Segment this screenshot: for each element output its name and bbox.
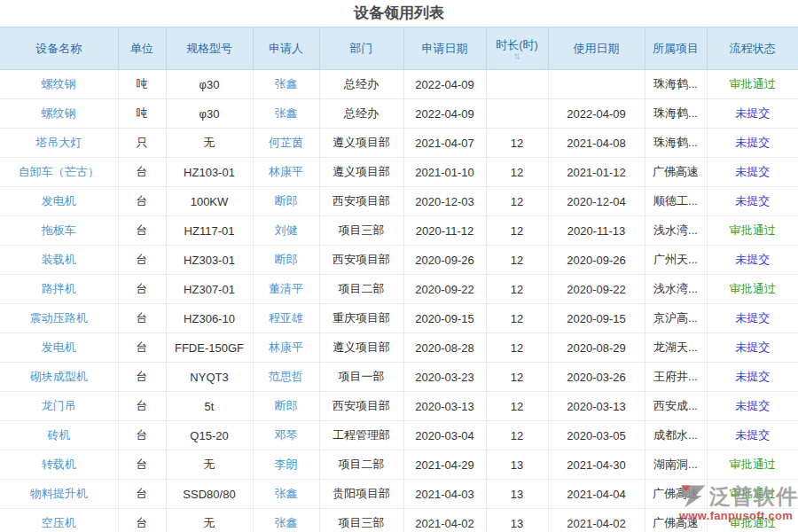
cell-status: 未提交 bbox=[707, 158, 798, 187]
cell-status: 审批通过 bbox=[707, 480, 798, 509]
cell-device[interactable]: 空压机 bbox=[0, 509, 118, 532]
cell-project: 西安成... bbox=[645, 392, 707, 421]
cell-use-date: 2020-09-26 bbox=[548, 246, 645, 275]
cell-device[interactable]: 装载机 bbox=[0, 246, 118, 275]
cell-apply-date: 2020-03-13 bbox=[403, 392, 486, 421]
cell-duration: 12 bbox=[486, 363, 548, 392]
cell-project: 广佛高速 bbox=[645, 480, 707, 509]
cell-device[interactable]: 发电机 bbox=[0, 187, 118, 216]
cell-device[interactable]: 螺纹钢 bbox=[0, 70, 118, 99]
column-header-10[interactable]: 流程状态 bbox=[707, 27, 798, 70]
cell-device[interactable]: 路拌机 bbox=[0, 275, 118, 304]
cell-spec: 无 bbox=[166, 450, 253, 480]
cell-use-date: 2020-08-29 bbox=[548, 333, 645, 363]
column-header-label: 部门 bbox=[320, 41, 403, 57]
cell-spec: FFDE-150GF bbox=[166, 333, 253, 363]
column-header-label: 使用日期 bbox=[549, 41, 645, 57]
cell-device[interactable]: 震动压路机 bbox=[0, 304, 118, 333]
table-row: 塔吊大灯只无何芷茵遵义项目部2021-04-07122021-04-08珠海鹤.… bbox=[0, 129, 798, 158]
cell-dept: 项目三部 bbox=[319, 509, 403, 532]
cell-device[interactable]: 龙门吊 bbox=[0, 392, 118, 421]
cell-use-date: 2021-04-30 bbox=[548, 450, 645, 480]
cell-apply-date: 2020-09-26 bbox=[403, 246, 486, 275]
table-row: 龙门吊台5t断郎西安项目部2020-03-13122020-03-13西安成..… bbox=[0, 392, 798, 421]
cell-spec: HZ117-01 bbox=[166, 216, 253, 246]
cell-device[interactable]: 螺纹钢 bbox=[0, 99, 118, 129]
cell-status: 审批通过 bbox=[707, 509, 798, 532]
cell-device[interactable]: 砌块成型机 bbox=[0, 363, 118, 392]
cell-status: 未提交 bbox=[707, 392, 798, 421]
cell-spec: Q15-20 bbox=[166, 421, 253, 450]
cell-device[interactable]: 自卸车（芒古） bbox=[0, 158, 118, 187]
cell-use-date: 2021-04-08 bbox=[548, 129, 645, 158]
sort-icon[interactable]: ⇅ bbox=[487, 53, 548, 60]
column-header-2[interactable]: 单位 bbox=[118, 27, 166, 70]
cell-use-date bbox=[548, 70, 645, 99]
cell-applicant: 林康平 bbox=[253, 333, 319, 363]
column-header-6[interactable]: 申请日期 bbox=[403, 27, 486, 70]
column-header-9[interactable]: 所属项目 bbox=[645, 27, 707, 70]
cell-dept: 西安项目部 bbox=[319, 392, 403, 421]
cell-spec: HZ306-10 bbox=[166, 304, 253, 333]
table-row: 螺纹钢吨φ30张鑫总经办2022-04-092022-04-09珠海鹤...未提… bbox=[0, 99, 798, 129]
cell-project: 珠海鹤... bbox=[645, 70, 707, 99]
cell-use-date: 2020-03-05 bbox=[548, 421, 645, 450]
cell-status: 未提交 bbox=[707, 246, 798, 275]
cell-device[interactable]: 转载机 bbox=[0, 450, 118, 480]
cell-unit: 台 bbox=[118, 187, 166, 216]
cell-unit: 台 bbox=[118, 333, 166, 363]
cell-applicant: 断郎 bbox=[253, 246, 319, 275]
cell-duration: 12 bbox=[486, 392, 548, 421]
table-row: 转载机台无李朗项目二部2021-04-29132021-04-30湖南洞...审… bbox=[0, 450, 798, 480]
column-header-7[interactable]: 时长(时)⇅ bbox=[486, 27, 548, 70]
equipment-requisition-page: 设备领用列表 设备名称单位规格型号申请人部门申请日期时长(时)⇅使用日期所属项目… bbox=[0, 0, 798, 532]
table-body: 螺纹钢吨φ30张鑫总经办2022-04-09珠海鹤...审批通过螺纹钢吨φ30张… bbox=[0, 70, 798, 532]
column-header-5[interactable]: 部门 bbox=[319, 27, 403, 70]
cell-project: 珠海鹤... bbox=[645, 129, 707, 158]
cell-status: 审批通过 bbox=[707, 450, 798, 480]
column-header-1[interactable]: 设备名称 bbox=[0, 27, 118, 70]
cell-spec: φ30 bbox=[166, 99, 253, 129]
cell-status: 未提交 bbox=[707, 187, 798, 216]
table-row: 砌块成型机台NYQT3范思哲项目一部2020-03-23122020-03-26… bbox=[0, 363, 798, 392]
cell-device[interactable]: 拖板车 bbox=[0, 216, 118, 246]
cell-apply-date: 2021-04-02 bbox=[403, 509, 486, 532]
cell-device[interactable]: 物料提升机 bbox=[0, 480, 118, 509]
cell-device[interactable]: 砖机 bbox=[0, 421, 118, 450]
cell-device[interactable]: 塔吊大灯 bbox=[0, 129, 118, 158]
cell-dept: 项目一部 bbox=[319, 363, 403, 392]
equipment-requisition-table: 设备名称单位规格型号申请人部门申请日期时长(时)⇅使用日期所属项目流程状态 螺纹… bbox=[0, 27, 798, 532]
cell-status: 未提交 bbox=[707, 363, 798, 392]
cell-unit: 台 bbox=[118, 421, 166, 450]
column-header-4[interactable]: 申请人 bbox=[253, 27, 319, 70]
cell-device[interactable]: 发电机 bbox=[0, 333, 118, 363]
cell-applicant: 张鑫 bbox=[253, 509, 319, 532]
cell-use-date: 2020-11-13 bbox=[548, 216, 645, 246]
cell-applicant: 董清平 bbox=[253, 275, 319, 304]
cell-duration: 12 bbox=[486, 187, 548, 216]
cell-dept: 遵义项目部 bbox=[319, 158, 403, 187]
column-header-label: 时长(时) bbox=[487, 37, 548, 53]
cell-spec: 5t bbox=[166, 392, 253, 421]
cell-duration: 12 bbox=[486, 158, 548, 187]
table-row: 发电机台100KW断郎西安项目部2020-12-03122020-12-04顺德… bbox=[0, 187, 798, 216]
table-header-row: 设备名称单位规格型号申请人部门申请日期时长(时)⇅使用日期所属项目流程状态 bbox=[0, 27, 798, 70]
cell-use-date: 2020-09-15 bbox=[548, 304, 645, 333]
cell-apply-date: 2021-04-03 bbox=[403, 480, 486, 509]
cell-project: 浅水湾... bbox=[645, 216, 707, 246]
cell-project: 广佛高速 bbox=[645, 158, 707, 187]
column-header-label: 单位 bbox=[119, 41, 166, 57]
table-row: 螺纹钢吨φ30张鑫总经办2022-04-09珠海鹤...审批通过 bbox=[0, 70, 798, 99]
cell-applicant: 刘健 bbox=[253, 216, 319, 246]
cell-status: 未提交 bbox=[707, 99, 798, 129]
cell-use-date: 2022-04-09 bbox=[548, 99, 645, 129]
page-title: 设备领用列表 bbox=[0, 0, 798, 27]
cell-unit: 台 bbox=[118, 480, 166, 509]
table-row: 空压机台无张鑫项目三部2021-04-02132021-04-02广佛高速审批通… bbox=[0, 509, 798, 532]
column-header-label: 申请日期 bbox=[404, 41, 486, 57]
table-row: 自卸车（芒古）台HZ103-01林康平遵义项目部2021-01-10122021… bbox=[0, 158, 798, 187]
column-header-3[interactable]: 规格型号 bbox=[166, 27, 253, 70]
column-header-label: 所属项目 bbox=[645, 41, 707, 57]
cell-applicant: 张鑫 bbox=[253, 99, 319, 129]
column-header-8[interactable]: 使用日期 bbox=[548, 27, 645, 70]
